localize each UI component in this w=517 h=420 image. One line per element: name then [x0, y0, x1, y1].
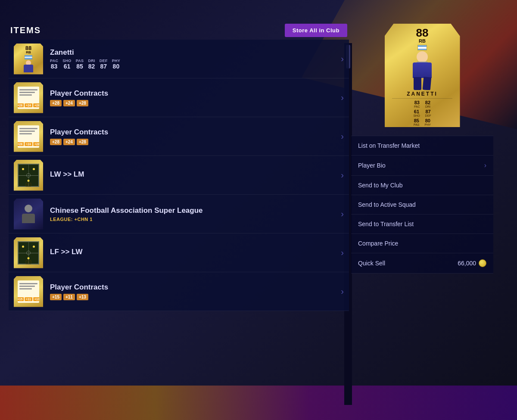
card-large-stats-row1: 83 PAC 82 DRI — [414, 100, 430, 108]
items-list: 88 RB Zanetti PAC83 SH — [9, 40, 349, 311]
contract-info-2: Player Contracts +28 +24 +28 — [50, 128, 337, 145]
manager-league: LEAGUE: +CHN 1 — [50, 217, 337, 222]
manager-name: Chinese Football Association Super Leagu… — [50, 206, 337, 215]
item-arrow-icon: › — [341, 54, 344, 64]
action-menu: List on Transfer Market Player Bio › Sen… — [351, 136, 493, 274]
items-title: ITEMS — [10, 25, 41, 35]
list-transfer-market-label: List on Transfer Market — [358, 142, 420, 149]
formation-bottom-icon — [25, 181, 32, 189]
quick-sell-amount: 66,000 — [458, 260, 476, 267]
compare-price-button[interactable]: Compare Price — [351, 234, 493, 253]
contract-info-3: Player Contracts +15 +11 +13 — [50, 283, 337, 300]
send-my-club-button[interactable]: Send to My Club — [351, 176, 493, 195]
formation-name: LW >> LM — [50, 170, 337, 179]
formation-info-2: LF >> LW — [50, 248, 337, 258]
item-arrow-icon: › — [341, 93, 344, 103]
contract-badges-thumbnail-3: +15 +11 +13 — [18, 297, 39, 301]
player-name: Zanetti — [50, 48, 337, 57]
list-item[interactable]: 88 RB Zanetti PAC83 SH — [9, 40, 349, 78]
formation-card-thumbnail-2 — [14, 237, 43, 268]
card-large-stats-row3: 85 PAS 80 PHY — [414, 118, 431, 126]
item-arrow-icon: › — [341, 248, 344, 258]
send-transfer-list-button[interactable]: Send to Transfer List — [351, 215, 493, 234]
coin-icon — [479, 259, 486, 267]
contract-name-3: Player Contracts — [50, 283, 337, 292]
contract-card-thumbnail-2: +28 +24 +28 — [14, 121, 43, 152]
player-bio-label: Player Bio — [358, 162, 386, 169]
contract-info: Player Contracts +28 +24 +28 — [50, 89, 337, 106]
contract-badges-3: +15 +11 +13 — [50, 294, 337, 300]
contract-card-thumbnail: +28 +24 +28 — [14, 82, 43, 113]
player-bio-arrow-icon: › — [484, 162, 486, 169]
svg-rect-0 — [26, 183, 31, 187]
card-position: RB — [26, 51, 31, 54]
contract-badges-thumbnail-2: +28 +24 +28 — [18, 142, 39, 146]
card-large-stats-row2: 61 SHO 87 DEF — [413, 109, 431, 117]
send-active-squad-label: Send to Active Squad — [358, 201, 416, 208]
svg-point-1 — [28, 184, 29, 186]
list-item[interactable]: LF >> LW › — [9, 233, 349, 272]
item-arrow-icon: › — [341, 286, 344, 296]
card-large-name: ZANETTI — [407, 91, 438, 97]
player-stats: PAC83 SHO61 PAS85 DRI82 DEF87 PHY80 — [50, 59, 337, 70]
item-arrow-icon: › — [341, 209, 344, 219]
formation2-bottom-icon — [25, 259, 32, 267]
list-item[interactable]: +28 +24 +28 Player Contracts +28 +24 +28 — [9, 117, 349, 156]
send-transfer-list-label: Send to Transfer List — [358, 221, 414, 227]
item-arrow-icon: › — [341, 170, 344, 180]
contract-badges: +28 +24 +28 — [50, 100, 337, 106]
formation-card-thumbnail — [14, 160, 43, 191]
quick-sell-button[interactable]: Quick Sell 66,000 — [351, 253, 493, 274]
quick-sell-label: Quick Sell — [358, 260, 385, 267]
card-large-rating: 88 — [416, 27, 429, 38]
player-info: Zanetti PAC83 SHO61 PAS85 DRI82 DEF87 PH… — [50, 48, 337, 70]
items-panel: ITEMS Store All in Club 88 RB — [9, 24, 349, 311]
contract-name-2: Player Contracts — [50, 128, 337, 137]
player-bio-button[interactable]: Player Bio › — [351, 156, 493, 176]
store-all-button[interactable]: Store All in Club — [285, 24, 347, 37]
list-item[interactable]: +28 +24 +28 Player Contracts +28 +24 +28 — [9, 78, 349, 117]
list-item[interactable]: +15 +11 +13 Player Contracts +15 +11 +13 — [9, 272, 349, 311]
list-transfer-market-button[interactable]: List on Transfer Market — [351, 136, 493, 156]
card-large-flag — [417, 45, 427, 50]
svg-rect-2 — [26, 261, 31, 264]
quick-sell-price: 66,000 — [458, 259, 486, 267]
list-item[interactable]: LW >> LM › — [9, 156, 349, 195]
contract-badges-2: +28 +24 +28 — [50, 139, 337, 145]
player-card-thumbnail: 88 RB — [14, 44, 43, 75]
card-large-figure — [399, 51, 446, 90]
right-panel: 88 RB ZANETTI — [351, 24, 493, 274]
compare-price-label: Compare Price — [358, 240, 398, 247]
card-flag — [25, 55, 32, 59]
svg-point-3 — [28, 261, 29, 263]
send-active-squad-button[interactable]: Send to Active Squad — [351, 195, 493, 215]
items-header: ITEMS Store All in Club — [9, 24, 349, 37]
item-arrow-icon: › — [341, 131, 344, 141]
player-card-large: 88 RB ZANETTI — [385, 24, 460, 127]
contract-card-thumbnail-3: +15 +11 +13 — [14, 276, 43, 307]
contract-badges-thumbnail: +28 +24 +28 — [18, 103, 39, 107]
contract-name: Player Contracts — [50, 89, 337, 98]
formation-name-2: LF >> LW — [50, 248, 337, 256]
player-figure-small — [20, 60, 37, 74]
manager-card-thumbnail — [14, 199, 43, 230]
list-item[interactable]: Chinese Football Association Super Leagu… — [9, 195, 349, 233]
formation-info: LW >> LM — [50, 170, 337, 180]
card-large-position: RB — [419, 38, 426, 44]
manager-info: Chinese Football Association Super Leagu… — [50, 206, 337, 222]
send-my-club-label: Send to My Club — [358, 182, 403, 189]
